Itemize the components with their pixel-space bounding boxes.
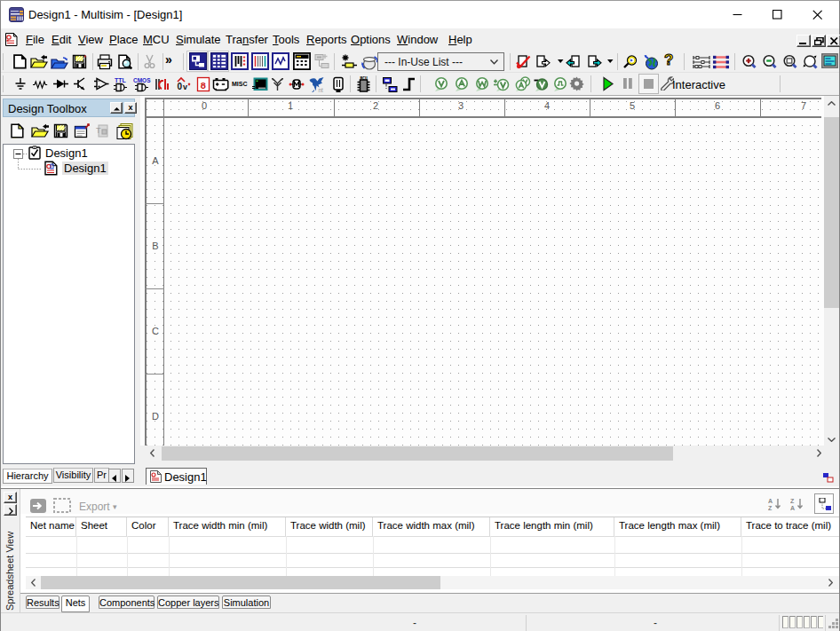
svg-text:0: 0 <box>178 82 183 91</box>
svg-text:Z: Z <box>768 505 773 511</box>
svg-text:CMOS: CMOS <box>133 77 151 83</box>
svg-text:TTL: TTL <box>115 77 127 83</box>
svg-text:T: T <box>96 126 101 135</box>
svg-text:t: t <box>321 87 323 93</box>
svg-text:A: A <box>768 498 773 504</box>
svg-text:A: A <box>790 505 795 511</box>
svg-text:v: v <box>183 83 187 91</box>
svg-text:MCU: MCU <box>361 76 368 81</box>
svg-text:Z: Z <box>790 498 795 504</box>
svg-text:8: 8 <box>201 81 207 91</box>
